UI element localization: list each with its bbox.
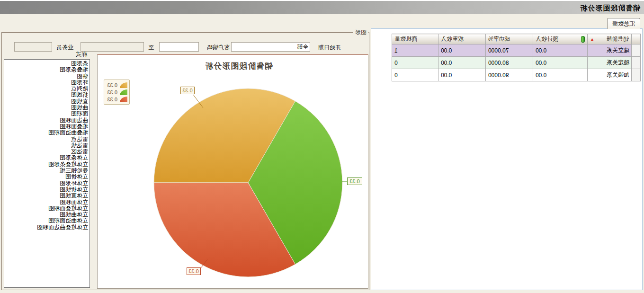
salesman-label: 业务员: [56, 44, 73, 52]
legend-swatch-icon: [120, 82, 127, 88]
style-list-item[interactable]: 立体环形图: [4, 180, 89, 186]
grid-header-opportunity-count[interactable]: 商机数量: [392, 34, 438, 44]
pie-value-label-3: 0.33: [187, 267, 201, 275]
style-list-item[interactable]: 立体曲线图: [4, 212, 89, 218]
grid-cell[interactable]: 0.00: [438, 69, 486, 81]
style-list-item[interactable]: 立体曲边面积图: [4, 218, 89, 224]
grid-cell[interactable]: 1: [392, 44, 438, 57]
legend-entry[interactable]: 0.33: [106, 89, 127, 96]
row-indicator-cell[interactable]: [632, 44, 641, 57]
grid-header-stage[interactable]: 销售阶段▲: [588, 34, 632, 44]
graph-groupbox-caption: 图形: [353, 28, 368, 36]
style-list-item[interactable]: 立体面积图: [4, 199, 89, 205]
grid-header-row: 销售阶段▲ 预计收入 成功率% 权重收入 商机数量: [392, 34, 641, 44]
grid-cell[interactable]: 建立关系: [588, 44, 632, 57]
legend-entry[interactable]: 0.33: [106, 96, 127, 103]
style-list-item[interactable]: 立体堆叠面积图: [4, 205, 89, 212]
legend-swatch-icon: [120, 89, 127, 95]
summary-table-panel: 销售阶段▲ 预计收入 成功率% 权重收入 商机数量 建立关系0.0070.000…: [371, 28, 643, 290]
legend-swatch-icon: [120, 97, 127, 102]
style-list-item[interactable]: 条形图: [4, 61, 89, 67]
style-list-item[interactable]: 立体饼图: [4, 174, 89, 180]
style-list-item[interactable]: 立体直线图: [4, 193, 89, 199]
sort-ascending-icon[interactable]: ▲: [590, 37, 594, 42]
customer-code-label: 客户编码: [207, 44, 230, 52]
style-list-item[interactable]: 折线图: [4, 92, 89, 98]
customer-code-input[interactable]: [159, 42, 199, 52]
grid-header-indicator: [632, 34, 641, 44]
style-label: 样式: [76, 51, 87, 59]
legend-label: 0.33: [107, 82, 117, 88]
grid-cell[interactable]: 0: [392, 57, 438, 69]
grid-cell[interactable]: 稳定关系: [588, 57, 632, 69]
style-list-item[interactable]: 饼图: [4, 73, 89, 80]
filter-indicator-icon: [581, 36, 585, 43]
style-list-item[interactable]: 堆叠面积图: [4, 124, 89, 130]
chart-title: 销售阶段图形分析: [109, 61, 368, 71]
style-list-item[interactable]: 立体条形图: [4, 155, 89, 161]
chart-area: 销售阶段图形分析 0.330.330.33 0.33 0.33 0.33: [97, 54, 368, 289]
customer-code-to-input[interactable]: [80, 42, 144, 52]
grid-cell[interactable]: 加强关系: [588, 69, 632, 81]
style-list-item[interactable]: 环形图: [4, 80, 89, 86]
style-listbox[interactable]: 条形图堆叠条形图饼图环形图散列点折线图直线图曲线图面积图曲边面积图堆叠面积图堆叠…: [4, 59, 90, 288]
grid-row[interactable]: 加强关系0.0090.00000.000: [392, 69, 641, 81]
app-window: 销售阶段图形分析 汇总数据 销售阶段▲ 预计收入 成功率%: [0, 0, 644, 293]
grid-header-success-rate[interactable]: 成功率%: [486, 34, 533, 44]
style-list-item[interactable]: 散列点: [4, 86, 89, 92]
tab-summary-data[interactable]: 汇总数据: [607, 18, 640, 29]
grid-cell[interactable]: 90.0000: [486, 69, 533, 81]
style-list-item[interactable]: 堆叠曲边面积图: [4, 130, 89, 136]
grid-cell[interactable]: 0.00: [533, 44, 588, 57]
style-list-item[interactable]: 堆叠条形图: [4, 67, 89, 73]
style-list-item[interactable]: 直线图: [4, 98, 89, 105]
row-indicator-cell[interactable]: [632, 57, 641, 69]
grid-cell[interactable]: 0.00: [438, 57, 486, 69]
grid-row[interactable]: 稳定关系0.0080.00000.000: [392, 57, 641, 69]
grid-header-expected-income[interactable]: 预计收入: [533, 34, 588, 44]
to-label: 至: [148, 44, 154, 52]
grid-cell[interactable]: 0.00: [533, 69, 588, 81]
title-bar: 销售阶段图形分析: [0, 1, 644, 14]
sales-stage-grid: 销售阶段▲ 预计收入 成功率% 权重收入 商机数量 建立关系0.0070.000…: [392, 34, 641, 81]
window-title: 销售阶段图形分析: [580, 4, 640, 13]
style-list-item[interactable]: 雷达线: [4, 142, 89, 149]
grid-cell[interactable]: 0.00: [533, 57, 588, 69]
style-list-item[interactable]: 立体折线图: [4, 186, 89, 193]
style-list-item[interactable]: 曼哈顿三维: [4, 168, 89, 174]
style-list-item[interactable]: 面积图: [4, 111, 89, 117]
grid-header-weighted-income[interactable]: 权重收入: [438, 34, 486, 44]
legend-label: 0.33: [107, 97, 117, 102]
grid-body: 建立关系0.0070.00000.001稳定关系0.0080.00000.000…: [392, 44, 641, 81]
style-list-item[interactable]: 立体堆叠条形图: [4, 161, 89, 168]
start-date-label: 开始日期: [318, 44, 341, 52]
style-list-item[interactable]: 雷达点: [4, 136, 89, 142]
pie-chart: [97, 55, 368, 289]
start-date-input[interactable]: [231, 42, 310, 52]
style-list-item[interactable]: 立体堆叠曲边面积图: [4, 224, 89, 231]
salesman-input[interactable]: [14, 42, 52, 52]
legend-label: 0.33: [107, 89, 117, 95]
grid-cell[interactable]: 70.0000: [486, 44, 533, 57]
chart-legend[interactable]: 0.330.330.33: [104, 80, 130, 105]
grid-cell[interactable]: 0: [392, 69, 438, 81]
style-list-item[interactable]: 曲线图: [4, 105, 89, 111]
legend-entry[interactable]: 0.33: [106, 81, 127, 89]
pie-value-label-1: 0.33: [180, 87, 195, 94]
grid-cell[interactable]: 80.0000: [486, 57, 533, 69]
style-list-item[interactable]: 曲边面积图: [4, 117, 89, 124]
grid-cell[interactable]: 0.00: [438, 44, 486, 57]
row-indicator-cell[interactable]: [632, 69, 641, 81]
pie-value-label-2: 0.33: [347, 178, 362, 185]
grid-row[interactable]: 建立关系0.0070.00000.001: [392, 44, 641, 57]
style-list-item[interactable]: 雷达区: [4, 149, 89, 155]
